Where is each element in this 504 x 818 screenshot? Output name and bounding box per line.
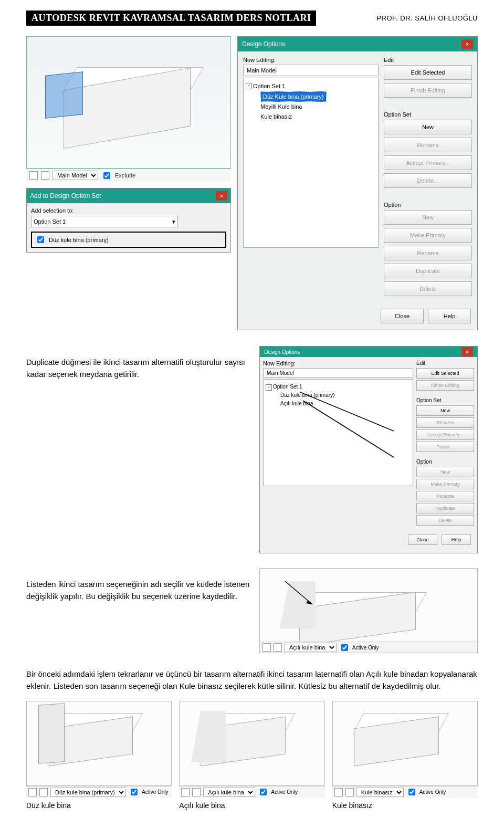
design-option-dropdown[interactable]: Düz kule bina (primary) (50, 788, 126, 797)
viewport-statusbar: Main Model Exclude (26, 169, 231, 182)
three-views-row: Düz kule bina (primary) Active Only Düz … (26, 701, 478, 810)
add-to-design-option-set-dialog: Add to Design Option Set × Add selection… (26, 188, 231, 253)
now-editing-value: Main Model (263, 368, 413, 377)
svg-line-1 (303, 401, 394, 457)
model-viewport-alt-1 (26, 701, 172, 786)
rename-option-button[interactable]: Rename (416, 491, 474, 501)
status-icon (29, 171, 38, 180)
paragraph-1: Duplicate düğmesi ile ikinci tasarım alt… (26, 356, 252, 380)
finish-editing-button[interactable]: Finish Editing (384, 83, 472, 98)
close-button[interactable]: Close (408, 534, 437, 545)
close-button[interactable]: Close (381, 309, 424, 323)
dialog-title: Design Options (264, 349, 300, 355)
help-button[interactable]: Help (442, 534, 471, 545)
status-icon (192, 788, 201, 796)
active-only-label: Active Only (142, 789, 169, 795)
option-set-section-label: Option Set (384, 111, 472, 118)
model-viewport-alt-2 (179, 701, 324, 786)
tree-root[interactable]: − Option Set 1 (246, 81, 376, 91)
exclude-label: Exclude (115, 172, 135, 179)
active-only-label: Active Only (419, 789, 446, 795)
design-option-dropdown[interactable]: Açılı kule bina (285, 643, 337, 652)
option-section-label: Option (416, 459, 474, 465)
edit-selected-button[interactable]: Edit Selected (416, 368, 474, 379)
status-icon (274, 643, 282, 652)
duplicate-option-button[interactable]: Duplicate (384, 264, 472, 278)
status-icon (181, 788, 190, 796)
delete-option-set-button[interactable]: Delete... (384, 173, 472, 188)
annotation-arrows (264, 380, 400, 474)
tree-toggle-icon[interactable]: − (246, 83, 252, 89)
active-only-checkbox[interactable] (260, 789, 267, 795)
viewport-statusbar: Açılı kule bina Active Only (179, 786, 324, 798)
model-viewport (26, 36, 231, 169)
make-primary-button[interactable]: Make Primary (384, 228, 472, 243)
status-icon (262, 643, 271, 652)
view-caption: Kule binasız (332, 801, 478, 810)
status-icon (28, 788, 37, 796)
accept-primary-button[interactable]: Accept Primary... (416, 429, 474, 440)
add-selection-to-label: Add selection to: (31, 207, 226, 214)
new-option-button[interactable]: New (416, 467, 474, 477)
new-option-button[interactable]: New (384, 210, 472, 225)
dialog-title: Add to Design Option Set (30, 192, 101, 200)
viewport-statusbar: Açılı kule bina Active Only (260, 642, 477, 653)
design-option-dropdown[interactable]: Kule binasız (356, 788, 404, 797)
close-icon[interactable]: × (461, 347, 473, 356)
close-icon[interactable]: × (216, 191, 227, 201)
rename-option-button[interactable]: Rename (384, 246, 472, 260)
duplicate-option-button[interactable]: Duplicate (416, 503, 474, 513)
active-only-label: Active Only (352, 645, 379, 651)
edit-section-label: Edit (384, 57, 472, 63)
accept-primary-button[interactable]: Accept Primary... (384, 155, 472, 170)
doc-title: AUTODESK REVIT KAVRAMSAL TASARIM DERS NO… (26, 11, 316, 26)
tree-item[interactable]: Düz Kule bina (primary) (246, 91, 376, 102)
design-option-dropdown[interactable]: Main Model (52, 171, 98, 180)
new-option-set-button[interactable]: New (416, 405, 474, 416)
active-only-checkbox[interactable] (131, 789, 138, 795)
delete-option-button[interactable]: Delete (384, 281, 472, 296)
status-icon (334, 788, 343, 796)
model-viewport-small: Açılı kule bina Active Only (259, 568, 478, 653)
option-tree[interactable]: − Option Set 1 Düz Kule bina (primary) M… (243, 78, 379, 248)
design-option-dropdown[interactable]: Açılı kule bina (203, 788, 255, 797)
tree-item[interactable]: Meyilli Kule bina (246, 102, 376, 112)
status-icon (345, 788, 354, 796)
paragraph-3: Bir önceki adımdaki işlem tekrarlanır ve… (26, 668, 478, 693)
viewport-statusbar: Düz kule bina (primary) Active Only (26, 786, 172, 798)
top-figures: Main Model Exclude Add to Design Option … (26, 36, 478, 330)
view-caption: Açılı kule bina (179, 801, 324, 810)
delete-option-button[interactable]: Delete (416, 515, 474, 526)
chevron-down-icon: ▾ (172, 218, 175, 225)
exclude-checkbox[interactable] (103, 172, 110, 179)
close-icon[interactable]: × (461, 39, 473, 49)
svg-line-0 (300, 392, 394, 431)
primary-checkbox-label: Düz kule bina (primary) (49, 237, 109, 243)
delete-option-set-button[interactable]: Delete... (416, 442, 474, 452)
doc-author: PROF. DR. SALİH OFLUOĞLU (376, 14, 478, 22)
primary-checkbox-row: Düz kule bina (primary) (31, 232, 226, 248)
edit-section-label: Edit (416, 360, 474, 366)
option-set-section-label: Option Set (416, 397, 474, 403)
rename-option-set-button[interactable]: Rename (416, 417, 474, 428)
option-tree[interactable]: − Option Set 1 Düz kule bina (primary) A… (263, 379, 413, 486)
status-icon (41, 171, 49, 180)
now-editing-label: Now Editing: (263, 360, 413, 366)
option-set-select[interactable]: Option Set 1▾ (31, 216, 178, 227)
viewport-statusbar: Kule binasız Active Only (332, 786, 478, 798)
primary-checkbox[interactable] (37, 236, 44, 243)
svg-marker-3 (306, 600, 312, 604)
make-primary-button[interactable]: Make Primary (416, 479, 474, 489)
now-editing-label: Now Editing: (243, 57, 379, 63)
finish-editing-button[interactable]: Finish Editing (416, 380, 474, 391)
rename-option-set-button[interactable]: Rename (384, 138, 472, 152)
active-only-checkbox[interactable] (341, 644, 348, 651)
straight-tower (38, 703, 65, 763)
active-only-checkbox[interactable] (408, 789, 415, 795)
new-option-set-button[interactable]: New (384, 120, 472, 134)
edit-selected-button[interactable]: Edit Selected (384, 65, 472, 80)
tree-item[interactable]: Kule binasız (246, 112, 376, 122)
annotation-arrow (260, 569, 477, 653)
model-viewport-alt-3 (332, 701, 478, 786)
help-button[interactable]: Help (428, 309, 471, 323)
